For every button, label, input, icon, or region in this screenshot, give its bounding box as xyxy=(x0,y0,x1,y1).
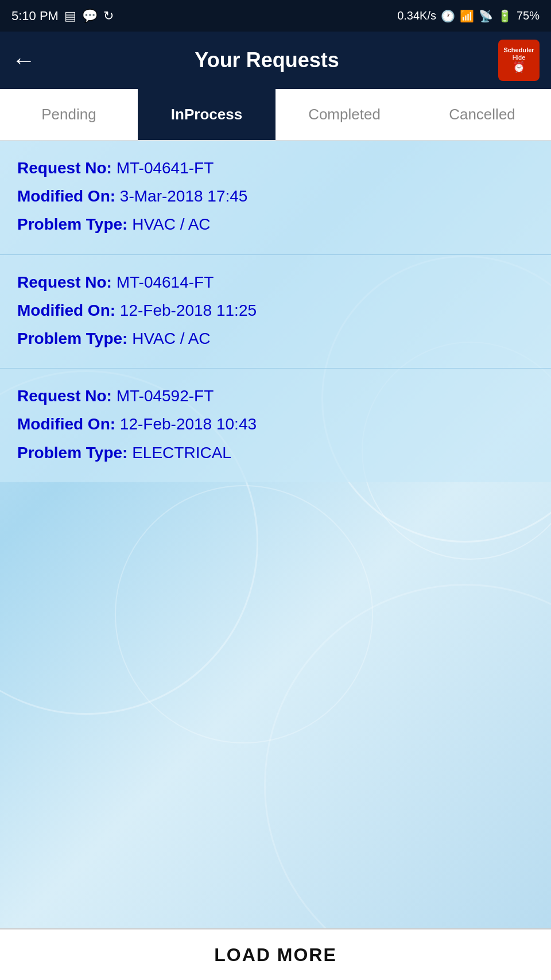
problem-type-3: Problem Type: ELECTRICAL xyxy=(17,441,534,464)
clock-icon: 🕐 xyxy=(441,9,455,23)
back-button[interactable]: ← xyxy=(11,47,36,74)
header: ← Your Requests Scheduler Hide ⏰ xyxy=(0,32,551,89)
tab-cancelled[interactable]: Cancelled xyxy=(413,89,551,140)
request-card-1[interactable]: Request No: MT-04641-FT Modified On: 3-M… xyxy=(0,141,551,255)
status-left: 5:10 PM ▤ 💬 ↻ xyxy=(11,9,114,24)
status-time: 5:10 PM xyxy=(11,9,59,24)
tab-bar: Pending InProcess Completed Cancelled xyxy=(0,89,551,141)
tab-completed[interactable]: Completed xyxy=(276,89,413,140)
request-card-2[interactable]: Request No: MT-04614-FT Modified On: 12-… xyxy=(0,255,551,369)
problem-type-2: Problem Type: HVAC / AC xyxy=(17,327,534,350)
status-icon-1: ▤ xyxy=(64,9,76,24)
status-icon-2: 💬 xyxy=(82,9,98,24)
modified-on-3: Modified On: 12-Feb-2018 10:43 xyxy=(17,413,534,435)
status-right: 0.34K/s 🕐 📶 📡 🔋 75% xyxy=(397,9,540,23)
signal-icon: 📡 xyxy=(479,9,493,23)
page-title: Your Requests xyxy=(36,48,498,72)
tab-inprocess[interactable]: InProcess xyxy=(138,89,276,140)
request-no-1: Request No: MT-04641-FT xyxy=(17,157,534,179)
modified-on-1: Modified On: 3-Mar-2018 17:45 xyxy=(17,185,534,207)
load-more-button[interactable]: LOAD MORE xyxy=(0,928,551,980)
scheduler-icon[interactable]: Scheduler Hide ⏰ xyxy=(498,40,540,81)
battery-icon: 🔋 xyxy=(498,9,512,23)
modified-on-2: Modified On: 12-Feb-2018 11:25 xyxy=(17,299,534,321)
battery-percent: 75% xyxy=(517,9,540,22)
wifi-icon: 📶 xyxy=(460,9,474,23)
problem-type-1: Problem Type: HVAC / AC xyxy=(17,213,534,235)
request-no-2: Request No: MT-04614-FT xyxy=(17,271,534,293)
request-card-3[interactable]: Request No: MT-04592-FT Modified On: 12-… xyxy=(0,369,551,482)
request-no-3: Request No: MT-04592-FT xyxy=(17,385,534,407)
tab-pending[interactable]: Pending xyxy=(0,89,138,140)
network-speed: 0.34K/s xyxy=(397,9,436,22)
status-icon-3: ↻ xyxy=(103,9,114,24)
status-bar: 5:10 PM ▤ 💬 ↻ 0.34K/s 🕐 📶 📡 🔋 75% xyxy=(0,0,551,32)
content-area: Request No: MT-04641-FT Modified On: 3-M… xyxy=(0,141,551,928)
scheduler-label: Scheduler Hide ⏰ xyxy=(503,47,534,74)
